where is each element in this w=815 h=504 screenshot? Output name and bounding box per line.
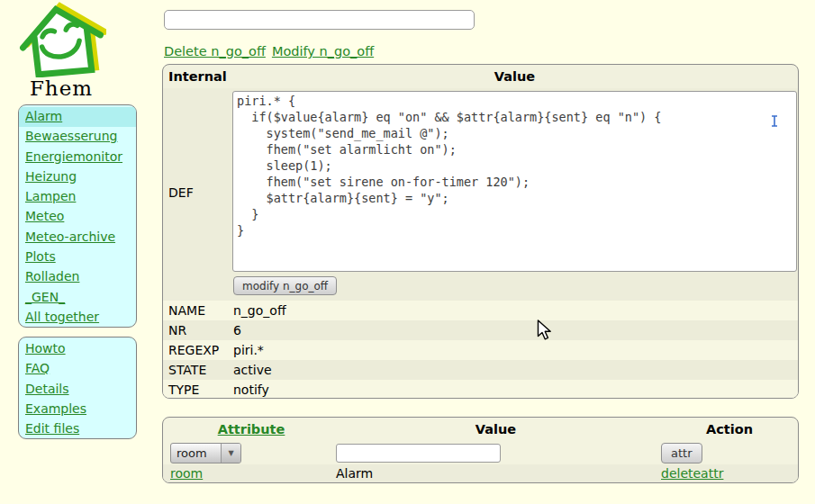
table-row-state: STATE active xyxy=(163,360,798,380)
sidebar-item-details[interactable]: Details xyxy=(19,380,136,400)
row-label: REGEXP xyxy=(168,340,219,360)
device-detail-table: Internal Value DEF piri.* { if($value{al… xyxy=(162,64,799,399)
device-action-links: Delete n_go_offModify n_go_off xyxy=(164,44,380,58)
help-menu: Howto FAQ Details Examples Edit files xyxy=(18,337,137,439)
value-column-header: Value xyxy=(336,422,656,436)
row-value: piri.* xyxy=(233,340,264,360)
sidebar-item-energiemonitor[interactable]: Energiemonitor xyxy=(19,148,136,167)
attribute-name-link[interactable]: room xyxy=(170,464,203,483)
internal-column-header: Internal xyxy=(168,69,227,84)
fhem-logo-text: Fhem xyxy=(14,76,108,100)
modify-def-button[interactable]: modify n_go_off xyxy=(233,276,337,295)
row-label: STATE xyxy=(168,360,206,380)
row-label: NAME xyxy=(168,301,205,320)
attribute-header-link[interactable]: Attribute xyxy=(218,422,285,436)
table-row-nr: NR 6 xyxy=(163,320,798,340)
sidebar-item-rolladen[interactable]: Rolladen xyxy=(19,267,136,287)
attribute-value: Alarm xyxy=(336,464,373,483)
sidebar-item-gen[interactable]: _GEN_ xyxy=(19,288,136,308)
sidebar-item-meteo[interactable]: Meteo xyxy=(19,207,136,227)
row-value: active xyxy=(233,360,272,380)
fhem-logo[interactable]: Fhem xyxy=(14,2,108,100)
room-menu: Alarm Bewaesserung Energiemonitor Heizun… xyxy=(18,104,137,328)
attribute-table: Attribute Value Action room ▼ attr room … xyxy=(162,417,799,483)
table-row-regexp: REGEXP piri.* xyxy=(163,340,798,360)
attribute-select[interactable]: room ▼ xyxy=(170,443,241,464)
fhem-house-icon xyxy=(16,2,106,77)
attribute-row: room Alarm deleteattr xyxy=(163,464,798,483)
row-value: n_go_off xyxy=(233,301,286,320)
sidebar-item-bewaesserung[interactable]: Bewaesserung xyxy=(19,127,136,147)
table-row-name: NAME n_go_off xyxy=(163,301,798,320)
attr-button[interactable]: attr xyxy=(661,443,702,464)
row-label: TYPE xyxy=(168,380,199,399)
attribute-value-input[interactable] xyxy=(336,444,501,463)
value-column-header: Value xyxy=(233,69,796,84)
table-row-type: TYPE notify xyxy=(163,380,798,399)
sidebar-item-examples[interactable]: Examples xyxy=(19,400,136,419)
def-editor[interactable]: piri.* { if($value{alarm} eq "on" && $at… xyxy=(232,91,797,272)
sidebar-item-plots[interactable]: Plots xyxy=(19,248,136,267)
sidebar-item-alarm[interactable]: Alarm xyxy=(19,107,136,127)
deleteattr-link[interactable]: deleteattr xyxy=(661,464,723,483)
sidebar-item-all-together[interactable]: All together xyxy=(19,308,136,328)
sidebar-item-lampen[interactable]: Lampen xyxy=(19,187,136,207)
def-row: DEF piri.* { if($value{alarm} eq "on" &&… xyxy=(163,88,798,301)
sidebar-item-meteo-archive[interactable]: Meteo-archive xyxy=(19,228,136,248)
sidebar-item-edit-files[interactable]: Edit files xyxy=(19,419,136,439)
attribute-column-header: Attribute xyxy=(170,422,332,436)
def-label: DEF xyxy=(168,185,194,200)
sidebar-item-heizung[interactable]: Heizung xyxy=(19,167,136,187)
delete-device-link[interactable]: Delete n_go_off xyxy=(164,44,266,58)
action-column-header: Action xyxy=(661,422,798,436)
sidebar-item-faq[interactable]: FAQ xyxy=(19,359,136,379)
row-value: notify xyxy=(233,380,269,399)
command-input[interactable] xyxy=(164,10,475,30)
text-caret-icon xyxy=(771,115,778,127)
modify-device-link[interactable]: Modify n_go_off xyxy=(272,44,374,58)
attribute-select-value: room xyxy=(171,446,221,460)
dropdown-arrow-icon: ▼ xyxy=(221,444,240,463)
row-label: NR xyxy=(168,320,186,340)
sidebar-item-howto[interactable]: Howto xyxy=(19,339,136,359)
row-value: 6 xyxy=(233,320,241,340)
